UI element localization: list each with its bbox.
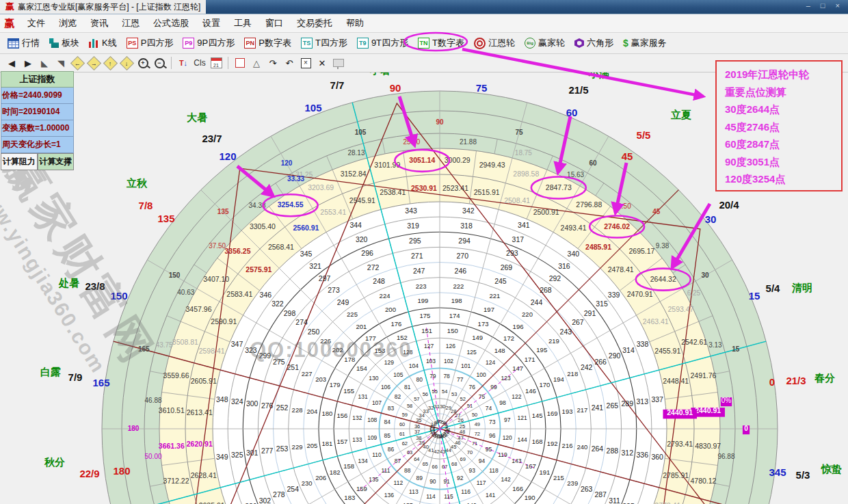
svg-text:347: 347 — [231, 340, 243, 348]
menu-帮助[interactable]: 帮助 — [340, 15, 370, 31]
menu-bar: 赢 文件浏览资讯江恩公式选股设置工具窗口交易委托帮助 — [0, 14, 848, 33]
app-logo-icon: 赢 — [5, 1, 14, 13]
svg-text:71: 71 — [472, 440, 477, 447]
menu-文件[interactable]: 文件 — [21, 15, 51, 31]
svg-text:241: 241 — [592, 403, 604, 412]
calc-resistance-button[interactable]: 计算阻力 — [1, 153, 38, 170]
triangle-tool-button[interactable]: △ — [249, 56, 264, 70]
svg-text:33.33: 33.33 — [287, 175, 304, 183]
svg-text:136: 136 — [384, 492, 394, 499]
svg-text:87: 87 — [395, 457, 401, 464]
svg-text:2463.41: 2463.41 — [643, 317, 669, 326]
t-shift-button[interactable]: T↓ — [176, 56, 191, 70]
menu-工具[interactable]: 工具 — [228, 15, 258, 31]
cross-move-button[interactable]: ✕ — [315, 56, 330, 70]
title-bar: 赢 赢家江恩专业版[赢家服务平台] - [上证指数 江恩轮] – □ × — [0, 0, 848, 14]
rotate-cw-button[interactable]: ↷ — [265, 56, 280, 70]
index-info-panel: 上证指数 价格=2440.9099时间=20190104变换系数=1.00000… — [1, 71, 74, 170]
toolbar-gann-wheel-button[interactable]: 江恩轮 — [469, 35, 520, 51]
svg-text:175: 175 — [419, 312, 430, 319]
box-x-button[interactable]: × — [298, 56, 313, 70]
pan-up-button[interactable]: ↑ — [103, 56, 118, 70]
calendar-button[interactable]: 21 — [209, 56, 224, 70]
toolbar-winner-wheel-button[interactable]: Big赢家轮 — [520, 35, 570, 51]
svg-text:101: 101 — [461, 362, 471, 369]
svg-text:215: 215 — [553, 474, 564, 481]
svg-text:204: 204 — [307, 408, 318, 415]
svg-text:159: 159 — [356, 485, 367, 492]
rectangle-tool-icon — [235, 58, 245, 68]
toolbar-p-table-button[interactable]: PNP数字表 — [239, 35, 296, 51]
pan-down-button[interactable]: ↓ — [119, 56, 134, 70]
pointer-down-button[interactable]: ◥ — [53, 56, 68, 70]
svg-text:3152.84: 3152.84 — [341, 170, 367, 178]
toolbar-p-square-button[interactable]: PSP四方形 — [122, 35, 178, 51]
svg-text:57: 57 — [414, 396, 419, 402]
back-button[interactable]: ◀ — [4, 56, 19, 70]
svg-text:79: 79 — [429, 373, 436, 380]
svg-text:294: 294 — [458, 237, 471, 245]
pan-left-button[interactable]: ← — [70, 56, 85, 70]
svg-text:325: 325 — [231, 451, 243, 459]
svg-text:338: 338 — [637, 340, 649, 348]
9p-square-icon: P9 — [183, 38, 194, 49]
triangle-tool-icon: △ — [253, 58, 260, 68]
menu-设置[interactable]: 设置 — [196, 15, 226, 31]
rect-tool-button[interactable] — [233, 56, 248, 70]
pan-right-button[interactable]: → — [86, 56, 101, 70]
svg-text:74: 74 — [486, 405, 492, 412]
toolbar-quotes-button[interactable]: 行情 — [3, 35, 44, 51]
svg-text:298: 298 — [284, 309, 296, 317]
toolbar-9p-square-button[interactable]: P99P四方形 — [178, 35, 239, 51]
annotation-line-1: 重要点位测算 — [725, 83, 841, 101]
svg-text:183: 183 — [344, 494, 355, 501]
back-icon: ◀ — [8, 58, 15, 68]
svg-text:48: 48 — [460, 429, 465, 435]
svg-text:301: 301 — [246, 449, 259, 457]
toolbar-9t-square-button[interactable]: T99T四方形 — [352, 35, 413, 51]
svg-text:341: 341 — [518, 221, 530, 229]
svg-text:69: 69 — [460, 456, 466, 462]
svg-text:177: 177 — [365, 334, 376, 342]
menu-浏览[interactable]: 浏览 — [53, 15, 83, 31]
svg-text:324: 324 — [231, 397, 243, 406]
zoom-in-button[interactable]: + — [135, 56, 150, 70]
toolbar-sectors-button[interactable]: 板块 — [44, 35, 84, 51]
svg-text:4830.97: 4830.97 — [695, 442, 721, 450]
svg-text:111: 111 — [382, 467, 390, 474]
toolbar-winner-service-button[interactable]: $赢家服务 — [618, 35, 672, 51]
rotate-ccw-button[interactable]: ↶ — [282, 56, 297, 70]
svg-text:2695.17: 2695.17 — [628, 247, 654, 255]
toolbar-hexagon-button[interactable]: 六角形 — [570, 35, 618, 51]
toolbar-kline-button[interactable]: K线 — [84, 35, 122, 51]
svg-text:168: 168 — [532, 438, 543, 445]
toolbar-t-square-button[interactable]: TST四方形 — [296, 35, 352, 51]
svg-text:15: 15 — [732, 345, 740, 353]
menu-窗口[interactable]: 窗口 — [259, 15, 289, 31]
svg-text:217: 217 — [577, 406, 588, 414]
cls-button[interactable]: Cls — [192, 56, 207, 70]
svg-text:108: 108 — [367, 416, 377, 423]
svg-text:25: 25 — [460, 423, 465, 429]
zoom-out-button[interactable]: − — [152, 56, 167, 70]
forward-button[interactable]: ▶ — [21, 56, 36, 70]
svg-text:197: 197 — [483, 306, 494, 313]
svg-text:15.63: 15.63 — [567, 171, 584, 178]
menu-资讯[interactable]: 资讯 — [84, 15, 114, 31]
toolbar-t-table-button[interactable]: TNT数字表 — [413, 35, 469, 51]
menu-江恩[interactable]: 江恩 — [116, 15, 146, 31]
annotation-line-2: 30度2644点 — [725, 101, 841, 118]
annotation-line-5: 90度3051点 — [725, 153, 841, 171]
svg-text:252: 252 — [276, 403, 289, 412]
menu-交易委托[interactable]: 交易委托 — [291, 15, 339, 31]
svg-text:180: 180 — [321, 410, 332, 417]
svg-text:270: 270 — [456, 252, 468, 260]
window-controls[interactable]: – □ × — [806, 1, 844, 10]
menu-公式选股[interactable]: 公式选股 — [147, 15, 195, 31]
calc-support-button[interactable]: 计算支撑 — [38, 153, 75, 170]
pointer-up-button[interactable]: ◣ — [37, 56, 52, 70]
projector-button[interactable] — [331, 56, 346, 70]
p-table-icon: PN — [244, 38, 256, 49]
9p-square-label: 9P四方形 — [197, 37, 235, 49]
candlestick-icon — [89, 38, 99, 48]
